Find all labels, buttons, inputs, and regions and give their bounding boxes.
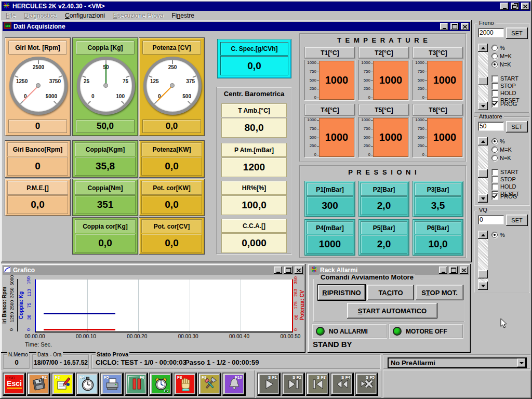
freno-check-prog[interactable]: PROG	[491, 100, 517, 108]
f4-timer-button[interactable]: F4	[76, 373, 99, 396]
start-automatico-button[interactable]: START AUTOMATICO	[347, 303, 437, 318]
scroll-up-icon[interactable]	[478, 137, 488, 145]
dati-minimize-button[interactable]	[440, 23, 448, 30]
dati-close-button[interactable]	[461, 23, 469, 30]
temperature-display-t1: T1[°C]100075050025001000	[304, 47, 355, 101]
grafico-close-button[interactable]	[295, 267, 303, 274]
window-grafico: Grafico iri Banco: Rpm 50003750250012500…	[1, 264, 305, 353]
f3-notes-button[interactable]: F3	[51, 373, 75, 396]
status-group-data-ora: Data - Ora 18/07/00 - 16.57.52	[32, 354, 89, 369]
f7-alarm-button[interactable]: F7	[149, 373, 172, 396]
control-group-attuatore: Attuatore SET % M=K N=K START STOP HOLD …	[474, 116, 530, 206]
freno-radio-mk[interactable]: M=K	[491, 52, 528, 60]
f9-tools-button[interactable]: F9	[198, 373, 221, 396]
temperature-display-t6: T6[°C]100075050025001000	[413, 104, 463, 158]
sf3-skip-start-button[interactable]: S F3	[306, 373, 329, 396]
display-consumo-specifico: C. Spec.[g/CVh] 0,0	[217, 39, 291, 78]
sf5-abort-button[interactable]: S F5	[355, 373, 378, 396]
grafico-maximize-button[interactable]	[284, 267, 292, 274]
attuatore-value-input[interactable]	[478, 122, 504, 131]
scroll-up-icon[interactable]	[478, 231, 488, 239]
ripristino-button[interactable]: RIPRISTINO	[318, 285, 365, 300]
dati-maximize-button[interactable]	[450, 23, 459, 30]
attuatore-radio-percent[interactable]: %	[491, 137, 528, 145]
freno-check-stop[interactable]: STOP	[491, 82, 528, 89]
axis-label-potenza: Potenza: CV	[299, 279, 305, 331]
attuatore-radio-mk[interactable]: M=K	[491, 145, 528, 154]
scroll-down-icon[interactable]	[478, 282, 488, 290]
vq-scrollbar[interactable]	[478, 231, 488, 290]
close-button[interactable]	[521, 3, 529, 10]
temperature-display-t3: T3[°C]100075050025001000	[413, 47, 463, 101]
preallarmi-dropdown[interactable]: No PreAllarmi	[388, 357, 527, 368]
play-cancel-icon: S F5	[357, 375, 376, 393]
rack-window-title: Rack Allarmi	[320, 267, 437, 274]
attuatore-check-hold[interactable]: HOLD	[491, 183, 528, 190]
vq-radio-percent[interactable]: %	[491, 231, 528, 239]
vq-set-button[interactable]: SET	[506, 215, 528, 226]
dati-titlebar: 100 Dati Acquisizione	[3, 22, 470, 31]
stop-mot-button[interactable]: STOP MOT.	[416, 285, 463, 300]
f6-pause-button[interactable]: F6	[125, 373, 148, 396]
grafico-minimize-button[interactable]	[274, 267, 282, 274]
temperature-display-t4: T4[°C]100075050025001000	[304, 104, 355, 158]
chevron-down-icon[interactable]	[517, 358, 526, 367]
data-ora-value: 18/07/00 - 16.57.52	[33, 359, 88, 366]
freno-radio-percent[interactable]: %	[491, 44, 528, 52]
freno-value-input[interactable]	[478, 28, 504, 37]
sf2-step-end-button[interactable]: S F2	[282, 373, 305, 396]
toolbar-left: ESC Esci F2 F3 F4 F5	[1, 370, 255, 398]
sf4-rewind-button[interactable]: S F4	[330, 373, 354, 396]
gauge-dial: 01250250037505000	[9, 57, 68, 115]
attuatore-radio-nk[interactable]: N=K	[491, 154, 528, 162]
readout-pot-cor-cv: Pot. cor[CV]0,0	[139, 217, 205, 255]
sf1-start-button[interactable]: S F1	[257, 373, 281, 396]
app-title: HERCULES 2K v2.40.30 - <VM>	[12, 3, 498, 10]
attuatore-scrollbar[interactable]	[478, 137, 488, 203]
restore-button[interactable]	[511, 3, 519, 10]
status-group-stato-prova: Stato Prova CICLO: TEST - 1/0 - 00:00:03…	[91, 354, 381, 369]
menu-configurazioni[interactable]: Configurazioni	[61, 11, 109, 20]
menu-diagnostica: Diagnostica	[20, 11, 61, 20]
scroll-down-icon[interactable]	[478, 194, 488, 203]
temp-bar: 1000	[427, 61, 462, 100]
scroll-up-icon[interactable]	[478, 44, 488, 52]
scroll-down-icon[interactable]	[478, 102, 488, 110]
exit-icon: ESC Esci	[5, 375, 23, 393]
minimize-button[interactable]	[500, 3, 509, 10]
scrollbar-thumb[interactable]	[478, 77, 488, 85]
menu-finestre[interactable]: Finestre	[168, 11, 198, 20]
attuatore-check-prog[interactable]: PROG	[491, 192, 517, 201]
f5-print-button[interactable]: F5	[100, 373, 124, 396]
menu-file: File	[2, 11, 20, 20]
freno-set-button[interactable]: SET	[506, 28, 528, 39]
attuatore-check-stop[interactable]: STOP	[491, 176, 528, 183]
pause-icon: F6	[127, 375, 145, 393]
attuatore-set-button[interactable]: SET	[506, 121, 528, 132]
freno-check-hold[interactable]: HOLD	[491, 89, 528, 97]
rack-minimize-button[interactable]	[439, 267, 447, 274]
freno-check-start[interactable]: START	[491, 75, 528, 82]
f8-stop-button[interactable]: F8	[174, 373, 197, 396]
toolbar-right: S F1 S F2 S F3 S F4 S F5	[256, 370, 381, 398]
rack-close-button[interactable]	[460, 267, 468, 274]
scrollbar-thumb[interactable]	[478, 169, 488, 178]
freno-radio-nk[interactable]: N=K	[491, 60, 528, 69]
gauge-dial: 0125250375500	[143, 57, 202, 115]
readout-coppia-cor: Coppia cor[Kg]0,0	[72, 217, 138, 255]
attuatore-check-start[interactable]: START	[491, 168, 528, 176]
group-centralina-barometrica: Centr. Barometrica T Amb.[°C]80,0 P Atm.…	[216, 87, 292, 255]
freno-scrollbar[interactable]	[478, 44, 488, 110]
status-motore-off: MOTORE OFF	[389, 324, 463, 339]
scrollbar-thumb[interactable]	[478, 270, 488, 278]
pressure-display-p5: P5[Bar]2,0	[358, 219, 409, 256]
rack-maximize-button[interactable]	[449, 267, 458, 274]
esci-button[interactable]: ESC Esci	[3, 373, 26, 396]
axis-ticks-giri: 50003750250012500	[8, 278, 16, 332]
tacito-button[interactable]: TACITO	[367, 285, 414, 300]
f2-save-button[interactable]: F2	[27, 373, 50, 396]
gauge-value: 50,0	[76, 119, 135, 133]
vq-value-input[interactable]	[478, 215, 504, 224]
group-pressioni: P R E S S I O N I P1[mBar]300 P2[Bar]2,0…	[299, 165, 467, 258]
f10-bell-button[interactable]: F10	[222, 373, 246, 396]
